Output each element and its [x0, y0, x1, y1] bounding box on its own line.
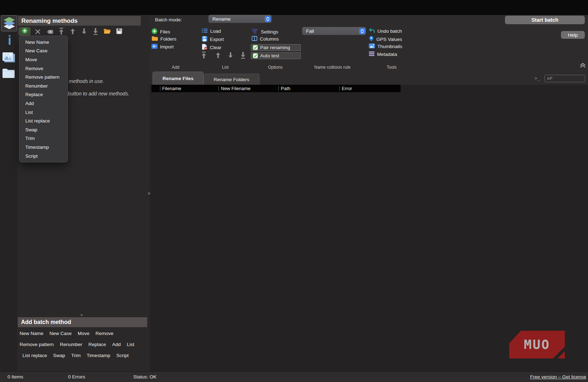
- get-license-link[interactable]: Free version – Get license: [530, 374, 586, 380]
- batch-method-list-replace[interactable]: List replace: [22, 353, 47, 358]
- batch-method-move[interactable]: Move: [78, 331, 89, 336]
- menu-item-remove[interactable]: Remove: [20, 64, 67, 73]
- tab-rename-folders[interactable]: Rename Folders: [203, 74, 259, 85]
- files-button[interactable]: Files: [151, 28, 170, 35]
- batch-method-trim[interactable]: Trim: [71, 353, 81, 358]
- error-count: 0 Errors: [68, 374, 85, 380]
- load-button[interactable]: Load: [202, 28, 221, 34]
- menu-item-new-name[interactable]: New Name: [20, 38, 67, 47]
- status-bar: 0 Items 0 Errors Status: OK Free version…: [0, 371, 588, 382]
- clear-methods-button[interactable]: [45, 29, 53, 36]
- remove-method-button[interactable]: [35, 28, 41, 36]
- batch-method-renumber[interactable]: Renumber: [60, 342, 82, 347]
- menu-item-remove-pattern[interactable]: Remove pattern: [20, 73, 67, 82]
- batch-method-script[interactable]: Script: [117, 353, 129, 358]
- menu-item-add[interactable]: Add: [20, 99, 67, 108]
- collision-rule-value: Fail: [306, 28, 314, 34]
- batch-mode-select[interactable]: Rename: [208, 15, 272, 23]
- move-to-bottom-button[interactable]: [93, 28, 98, 36]
- move-down-button[interactable]: [82, 28, 87, 36]
- list-move-to-bottom-button[interactable]: [241, 52, 246, 60]
- settings-button[interactable]: Settings: [252, 28, 278, 35]
- batch-method-row-1: New Name New Case Move Remove: [20, 331, 113, 336]
- list-move-up-button[interactable]: [216, 52, 221, 60]
- move-up-button[interactable]: [70, 28, 75, 36]
- column-header-filename[interactable]: Filename: [162, 86, 181, 91]
- metadata-button[interactable]: Metadata: [369, 51, 397, 57]
- batch-method-timestamp[interactable]: Timestamp: [87, 353, 110, 358]
- open-preset-button[interactable]: [103, 28, 111, 35]
- add-methods-hint: button to add new methods.: [68, 91, 129, 96]
- prompt-icon: >_: [535, 75, 540, 81]
- batch-mode-label: Batch mode:: [155, 17, 182, 22]
- help-button[interactable]: Help: [561, 31, 585, 39]
- columns-button[interactable]: Columns: [252, 36, 279, 42]
- menu-item-move[interactable]: Move: [20, 55, 67, 64]
- menu-item-trim[interactable]: Trim: [20, 134, 67, 143]
- pair-renaming-label: Pair renaming: [260, 45, 290, 50]
- add-method-button[interactable]: [19, 27, 31, 36]
- quick-action-input[interactable]: ⌘P: [545, 75, 585, 82]
- arrow-up-icon: [70, 30, 75, 36]
- column-header-path[interactable]: Path: [281, 86, 290, 91]
- group-label-options: Options: [268, 65, 283, 70]
- import-button[interactable]: Import: [151, 44, 174, 50]
- thumbnails-button[interactable]: Thumbnails: [369, 43, 402, 49]
- chevron-double-up-icon: [580, 63, 586, 69]
- column-separator[interactable]: [278, 86, 279, 91]
- collapse-toolbar-button[interactable]: [580, 63, 586, 69]
- save-preset-button[interactable]: [116, 28, 122, 36]
- batch-method-remove-pattern[interactable]: Remove pattern: [20, 342, 54, 347]
- gps-values-button[interactable]: GPS Values: [369, 36, 402, 43]
- list-move-down-button[interactable]: [228, 52, 233, 60]
- batch-method-replace[interactable]: Replace: [88, 342, 106, 347]
- menu-item-list[interactable]: List: [20, 108, 67, 117]
- clear-button[interactable]: Clear: [202, 44, 221, 51]
- column-separator[interactable]: [160, 86, 160, 91]
- splitter-handle[interactable]: [148, 192, 150, 195]
- info-icon[interactable]: i: [6, 33, 14, 48]
- list-move-to-top-button[interactable]: [201, 52, 206, 60]
- menu-item-list-replace[interactable]: List replace: [20, 116, 67, 125]
- menu-item-script[interactable]: Script: [20, 152, 67, 161]
- open-folder-icon: [103, 29, 111, 35]
- panel-title: Renaming methods: [18, 16, 141, 26]
- folders-button[interactable]: Folders: [151, 36, 176, 42]
- column-header-error[interactable]: Error: [342, 86, 352, 91]
- batch-method-remove[interactable]: Remove: [96, 331, 113, 336]
- image-icon: [369, 43, 375, 49]
- folder-icon: [151, 36, 158, 42]
- pair-renaming-toggle[interactable]: Pair renaming: [251, 44, 301, 51]
- auto-test-label: Auto test: [260, 53, 279, 58]
- arrow-down-icon: [228, 53, 233, 59]
- folders-icon[interactable]: [2, 68, 15, 80]
- muo-logo-text: MUO: [524, 337, 550, 352]
- auto-test-toggle[interactable]: Auto test: [251, 52, 301, 59]
- column-separator[interactable]: [218, 86, 219, 91]
- item-count: 0 Items: [7, 374, 23, 380]
- start-batch-button[interactable]: Start batch: [505, 16, 585, 24]
- menu-item-timestamp[interactable]: Timestamp: [20, 143, 67, 152]
- panel-splitter-handle[interactable]: [81, 314, 83, 316]
- undo-batch-button[interactable]: Undo batch: [369, 28, 402, 34]
- menu-item-new-case[interactable]: New Case: [20, 47, 67, 56]
- batch-method-add[interactable]: Add: [112, 342, 121, 347]
- menu-item-renumber[interactable]: Renumber: [20, 82, 67, 90]
- arrow-to-bottom-icon: [93, 30, 98, 36]
- move-to-top-button[interactable]: [59, 28, 64, 36]
- menu-item-swap[interactable]: Swap: [20, 125, 67, 134]
- sidebar-item-methods[interactable]: [1, 15, 17, 31]
- export-button[interactable]: Export: [202, 36, 224, 43]
- batch-method-new-case[interactable]: New Case: [50, 331, 72, 336]
- tab-rename-files[interactable]: Rename Files: [153, 72, 203, 85]
- column-separator[interactable]: [339, 86, 340, 91]
- collision-rule-select[interactable]: Fail: [302, 27, 366, 35]
- column-header-new-filename[interactable]: New Filename: [221, 86, 251, 91]
- batch-method-new-name[interactable]: New Name: [20, 331, 43, 336]
- menu-item-replace[interactable]: Replace: [20, 90, 67, 99]
- batch-method-swap[interactable]: Swap: [53, 353, 65, 358]
- group-label-tools: Tools: [387, 65, 397, 70]
- batch-method-list[interactable]: List: [127, 342, 134, 347]
- add-circle-icon: [151, 28, 158, 35]
- images-icon[interactable]: [2, 52, 15, 65]
